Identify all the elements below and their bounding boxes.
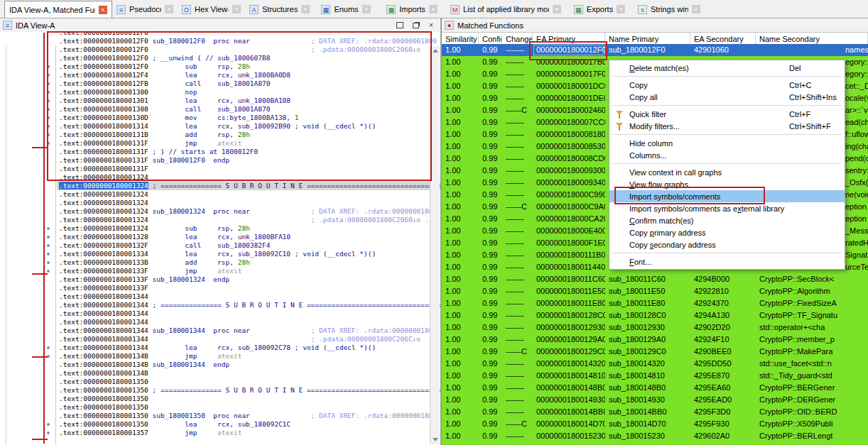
menu-item-hide-column[interactable]: Hide column — [609, 137, 845, 149]
table-row[interactable]: 1.000.99-------00000001800148B0sub_18001… — [442, 382, 868, 394]
asm-line[interactable]: .text:00000001800012F0 ; .pdata:00000001… — [57, 45, 440, 54]
asm-line[interactable]: .text:0000000180001314 lea rcx, sub_1800… — [57, 122, 440, 131]
close-icon[interactable]: × — [99, 6, 107, 14]
asm-line[interactable]: .text:0000000180001344 lea rcx, sub_1800… — [57, 344, 440, 352]
table-row[interactable]: 1.000.99-------00000001800128C0sub_18001… — [442, 309, 868, 322]
menu-item-font[interactable]: Font... — [609, 256, 845, 268]
asm-line[interactable]: .text:0000000180001350 — [57, 378, 440, 386]
asm-line[interactable]: .text:000000018000132F call sub_1800382F… — [57, 241, 440, 250]
asm-line[interactable]: .text:00000001800012F0 ; __unwind { // s… — [57, 54, 440, 62]
disassembly-area[interactable]: .text:00000001800012F0.text:000000018000… — [0, 32, 440, 445]
asm-line[interactable]: .text:000000018000131F jmp atexit — [57, 139, 440, 148]
menu-item-confirm-match-es[interactable]: Confirm match(es) — [609, 214, 845, 226]
tab-pseudocode-a[interactable]: ≡Pseudocode-A× — [112, 1, 178, 18]
asm-line[interactable]: .text:0000000180001350 sub_180001350 pro… — [57, 412, 440, 420]
asm-line[interactable]: .text:00000001800012F4 lea rcx, unk_1800… — [57, 71, 440, 79]
asm-line[interactable]: .text:000000018000130D mov cs:byte_1800B… — [57, 114, 440, 122]
table-row[interactable]: 1.000.99------C00000001800129C0sub_18001… — [442, 346, 868, 358]
vertical-scrollbar[interactable] — [430, 46, 440, 444]
menu-item-copy-secondary-address[interactable]: Copy secondary address — [609, 238, 845, 251]
table-row[interactable]: 1.000.99-------0000000180012930sub_18001… — [442, 322, 868, 334]
asm-line[interactable]: .text:0000000180001350 — [57, 395, 440, 403]
column-header-ea-primary[interactable]: EA Primary — [533, 33, 605, 45]
menu-item-copy-primary-address[interactable]: Copy primary address — [609, 226, 845, 238]
table-row[interactable]: 1.000.99-------0000000180014930sub_18001… — [442, 394, 868, 406]
table-row[interactable]: 1.000.99-------0000000180011E50sub_18001… — [442, 285, 868, 297]
asm-line[interactable]: .text:0000000180001324 ; .pdata:00000001… — [57, 216, 440, 224]
close-icon[interactable]: × — [165, 5, 173, 13]
asm-line[interactable]: .text:0000000180001300 nop — [57, 88, 440, 97]
asm-line[interactable]: .text:0000000180001328 lea rcx, unk_1800… — [57, 233, 440, 241]
asm-line[interactable]: .text:0000000180001308 call sub_18001A87… — [57, 105, 440, 114]
scroll-up-icon[interactable] — [433, 49, 438, 53]
table-row[interactable]: 1.000.99-------00000001800012F0sub_18000… — [442, 44, 868, 56]
asm-line[interactable]: .text:0000000180001324 — [57, 190, 440, 199]
asm-line[interactable]: .text:0000000180001350 — [57, 403, 440, 412]
asm-line[interactable]: .text:0000000180001357 jmp atexit — [57, 429, 440, 437]
table-row[interactable]: 1.000.99-------0000000180014320sub_18001… — [442, 358, 868, 370]
asm-line[interactable]: .text:000000018000133F sub_180001324 end… — [57, 275, 440, 284]
asm-line[interactable]: .text:000000018000133F jmp atexit — [57, 267, 440, 275]
close-icon[interactable]: × — [362, 5, 371, 13]
asm-line[interactable]: .text:0000000180001324 sub rsp, 28h — [57, 224, 440, 233]
close-icon[interactable]: × — [429, 5, 438, 13]
menu-item-copy[interactable]: CopyCtrl+C — [609, 79, 845, 91]
asm-line[interactable]: .text:00000001800012FB call sub_18001A87… — [57, 79, 440, 88]
table-row[interactable]: 1.000.99-------0000000180014BB0sub_18001… — [442, 406, 868, 418]
menu-item-copy-all[interactable]: Copy allCtrl+Shift+Ins — [609, 91, 845, 103]
table-row[interactable]: 1.000.99-------0000000180015250sub_18001… — [442, 442, 868, 445]
table-row[interactable]: 1.000.99-------0000000180011C60sub_18001… — [442, 273, 868, 285]
asm-line[interactable]: .text:00000001800012F0 sub_1800012F0 pro… — [57, 37, 440, 45]
asm-line[interactable]: .text:0000000180001324 ; ===============… — [57, 182, 440, 190]
asm-line[interactable]: .text:000000018000133B add rsp, 28h — [57, 258, 440, 267]
asm-line[interactable]: .text:0000000180001344 ; .pdata:00000001… — [57, 335, 440, 344]
close-icon[interactable]: × — [232, 5, 241, 13]
asm-line[interactable]: .text:0000000180001324 — [57, 173, 440, 182]
menu-item-view-context-in-call-graphs[interactable]: View context in call graphs — [609, 166, 845, 178]
menu-item-quick-filter[interactable]: Quick filterCtrl+F — [609, 108, 845, 120]
menu-item-columns[interactable]: Columns... — [609, 149, 845, 161]
menu-item-modify-filters[interactable]: Modify filters...Ctrl+Shift+F — [609, 120, 845, 132]
asm-line[interactable]: .text:0000000180001344 — [57, 292, 440, 301]
column-header-change[interactable]: Change — [502, 33, 533, 45]
menu-item-delete-match-es[interactable]: Delete match(es)Del — [609, 62, 845, 74]
table-row[interactable]: 1.000.99-------0000000180014810sub_18001… — [442, 370, 868, 382]
menu-item-import-symbols-comments-as-external-library[interactable]: Import symbols/comments as external libr… — [609, 202, 845, 214]
column-header-confide[interactable]: Confide — [479, 33, 502, 45]
close-icon[interactable]: × — [617, 5, 625, 13]
asm-line[interactable]: .text:000000018000134B jmp atexit — [57, 352, 440, 361]
asm-line[interactable]: .text:000000018000131B add rsp, 28h — [57, 131, 440, 139]
close-icon[interactable]: × — [301, 5, 310, 13]
asm-line[interactable]: .text:000000018000131F — [57, 165, 440, 173]
close-icon[interactable]: × — [553, 5, 561, 13]
column-header-ea-secondary[interactable]: EA Secondary — [690, 33, 756, 45]
asm-line[interactable]: .text:00000001800012F0 — [57, 32, 440, 37]
asm-line[interactable]: .text:0000000180001344 — [57, 318, 440, 326]
asm-line[interactable]: .text:000000018000131F sub_1800012F0 end… — [57, 156, 440, 165]
asm-line[interactable]: .text:0000000180001324 — [57, 199, 440, 207]
menu-item-import-symbols-comments[interactable]: Import symbols/comments — [609, 190, 845, 202]
tab-ida-view-a-matched-functions[interactable]: IDA View-A, Matched Functions× — [4, 1, 112, 18]
menu-item-view-flow-graphs[interactable]: View flow graphs — [609, 178, 845, 190]
asm-line[interactable]: .text:000000018000133F — [57, 284, 440, 292]
table-row[interactable]: 1.000.99------C0000000180014D70sub_18001… — [442, 418, 868, 430]
column-header-name-secondary[interactable]: Name Secondary — [756, 33, 868, 45]
table-row[interactable]: 1.000.99-------00000001800129A0sub_18001… — [442, 334, 868, 346]
tab-strings-window[interactable]: sStrings window× — [634, 1, 705, 18]
table-row[interactable]: 1.000.99-------0000000180011E80sub_18001… — [442, 297, 868, 309]
tab-enums[interactable]: ▦Enums× — [314, 1, 378, 18]
asm-line[interactable]: .text:0000000180001350 lea rcx, sub_1800… — [57, 420, 440, 429]
tab-list-of-applied-library-modules[interactable]: MList of applied library modules× — [446, 1, 565, 18]
column-header-similarity[interactable]: Similarity — [442, 33, 479, 45]
asm-line[interactable]: .text:000000018000131F ; } // starts at … — [57, 148, 440, 156]
asm-line[interactable]: .text:00000001800012F0 sub rsp, 28h — [57, 62, 440, 71]
scroll-down-icon[interactable] — [433, 438, 438, 441]
asm-line[interactable]: .text:0000000180001301 lea rcx, unk_1800… — [57, 97, 440, 105]
tab-hex-view-1[interactable]: OHex View-1× — [178, 1, 245, 18]
asm-line[interactable]: .text:0000000180001324 sub_180001324 pro… — [57, 207, 440, 216]
asm-line[interactable]: .text:000000018000134B sub_180001344 end… — [57, 361, 440, 369]
asm-line[interactable]: .text:0000000180001350 ; ===============… — [57, 386, 440, 395]
tab-structures[interactable]: AStructures× — [245, 1, 314, 18]
table-row[interactable]: 1.000.99-------0000000180015230sub_18001… — [442, 430, 868, 442]
close-icon[interactable]: × — [692, 5, 700, 13]
